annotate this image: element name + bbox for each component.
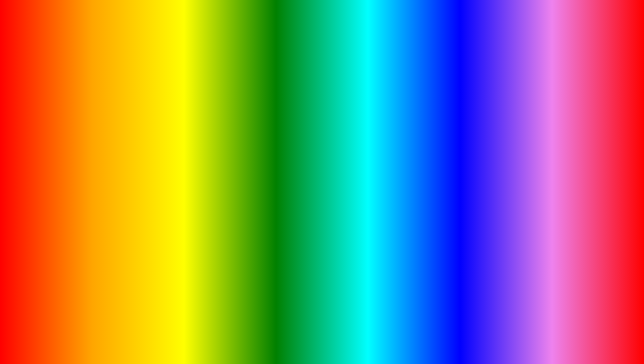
r-teleport-icon: 📍 [298,138,303,143]
devilfruit-icon: 🔮 [34,158,39,162]
auto-raids-label: Auto Raids [349,164,368,169]
left-nav-epsraid[interactable]: ⚔️ EPS-Raid [32,165,80,174]
kill-aura-row: Kill Aura [349,135,466,144]
r-epsraid-icon: ⚔️ [298,167,303,172]
right-nav-devilfruit-label: DevilFruit [305,158,322,162]
weapon-dropdown-arrow: ▼ [195,134,199,138]
left-nav-players-label: Players [41,148,54,153]
redeem-exp-button[interactable]: Redeem Exp Code [85,180,202,190]
right-nav-setting-label: Setting [305,187,317,191]
kill-aura-checkbox[interactable] [460,137,466,142]
r-buyitem-icon: 🛒 [298,177,303,182]
logo-br-fruits: FRUITS [581,335,624,349]
right-nav-teleport[interactable]: 📍 Teleport [295,136,343,145]
farm-text: FARM [181,321,270,354]
left-nav-devilfruit-label: DevilFruit [41,158,58,162]
esp-players-label: ESP Players [349,193,371,197]
select-raid-value: ... [352,181,356,186]
auto-raids-row: Auto Raids [349,162,466,171]
kill-aura-label: Kill Aura [349,137,363,142]
left-nav-buyitem[interactable]: 🛒 Buy Item [32,175,80,184]
auto-next-island-checkbox[interactable] [460,155,466,160]
teleport-raidlab-row: Teleport To RaidLab [349,126,466,135]
select-raid-label: Select Raid [349,173,466,178]
bottom-text: AUTO FARM SCRIPT PASTEBIN [3,320,641,355]
stats-icon: 📈 [34,129,39,133]
left-nav-setting[interactable]: ⚙️ Setting [32,185,80,193]
epsraid-icon: ⚔️ [34,167,39,172]
left-panel-header: Blox Fruit [30,107,206,115]
left-nav-stats-label: Stats [41,129,50,133]
right-nav-setting[interactable]: ⚙️ Setting [295,185,343,193]
teleport-raidlab-checkbox[interactable] [460,128,466,133]
right-nav: 🏠 Main 📈 Stats 📍 Teleport 👤 Players 🔮 [294,115,345,215]
setting-icon: ⚙️ [34,187,39,191]
right-user-avatar: 🌟 [298,202,307,211]
right-nav-epsraid[interactable]: ⚔️ EPS-Raid [295,165,343,174]
left-section-title: Main [85,118,202,123]
method-dropdown[interactable]: Level [Quest] ▲ [85,149,202,158]
logo-bottom-right: 💀 BLOX FRUITS [548,317,630,353]
r-stats-icon: 📈 [298,129,303,133]
method-label: Method [85,143,202,147]
left-nav-teleport[interactable]: 📍 Teleport [32,136,80,145]
left-user-tag: #4618 [46,207,56,211]
main-icon: 🏠 [34,119,39,124]
left-nav-devilfruit[interactable]: 🔮 DevilFruit [32,156,80,164]
right-nav-buyitem[interactable]: 🛒 Buy Item [295,175,343,184]
title-blox: BLOX [133,8,288,68]
left-user-avatar: 🌟 [34,202,44,211]
right-nav-players-label: Players [305,148,318,153]
refresh-weapon-button[interactable]: Refresh Weapon [85,161,202,171]
auto-farm-row: Auto Farm [85,172,202,180]
teleport-icon: 📍 [34,138,39,143]
left-nav-main-label: Main [41,119,50,124]
left-user-info: 🌟 Sky #4618 [32,200,80,213]
right-nav-stats-label: Stats [305,129,314,133]
left-nav-buyitem-label: Buy Item [41,177,57,182]
building-right [518,146,578,246]
right-content: EPS-Raid Teleport To RaidLab Kill Aura A… [345,115,469,215]
skull-icon: 💀 [554,323,577,347]
right-nav-teleport-label: Teleport [305,138,319,143]
left-nav-players[interactable]: 👤 Players [32,146,80,155]
auto-raids-checkbox[interactable] [460,164,466,169]
auto-awaken-row: Auto Awaken [349,144,466,153]
script-text: SCRIPT [278,321,394,354]
right-user-name: Sky [309,203,320,207]
right-nav-epsraid-label: EPS-Raid [305,167,322,172]
select-raid-dropdown[interactable]: ... ▲ [349,179,466,188]
esp-players-row: ESP Players [349,191,466,200]
weapon-value: Electric Claw [89,134,112,138]
auto-farm-checkbox[interactable] [197,174,202,179]
right-nav-players[interactable]: 👤 Players [295,146,343,155]
left-content: Main Select Weapon Electric Claw ▼ Metho… [82,115,206,215]
select-raid-arrow: ▲ [459,182,462,185]
right-nav-stats[interactable]: 📈 Stats [295,127,343,135]
left-nav-stats[interactable]: 📈 Stats [32,127,80,135]
esp-players-checkbox[interactable] [460,192,466,198]
left-nav-teleport-label: Teleport [41,138,55,143]
auto-awaken-label: Auto Awaken [349,146,372,151]
teleport-raidlab-label: Teleport To RaidLab [349,128,384,133]
auto-superhuman-row: Auto Superhuman [85,192,202,200]
right-nav-devilfruit[interactable]: 🔮 DevilFruit [295,156,343,164]
auto-superhuman-checkbox[interactable] [197,193,202,199]
background: BLOX FRUITS NO KEY !! Blox Fruit 🏠 Main … [3,3,641,361]
left-nav-main[interactable]: 🏠 Main [32,117,80,126]
r-players-icon: 👤 [298,148,303,153]
r-devilfruit-icon: 🔮 [298,158,303,162]
buyitem-icon: 🛒 [34,177,39,182]
title-container: BLOX FRUITS [3,8,641,69]
auto-next-island-row: Auto Next Island [349,153,466,162]
left-nav-setting-label: Setting [41,187,53,191]
weapon-dropdown[interactable]: Electric Claw ▼ [85,131,202,141]
auto-text: AUTO [84,321,173,354]
right-nav-buyitem-label: Buy Item [305,177,320,182]
left-nav-epsraid-label: EPS-Raid [41,167,59,172]
method-dropdown-arrow: ▲ [195,152,199,155]
select-weapon-label: Select Weapon [85,126,202,130]
auto-awaken-checkbox[interactable] [460,146,466,151]
auto-farm-label: Auto Farm [85,174,104,179]
left-nav: 🏠 Main 📈 Stats 📍 Teleport 👤 Players 🔮 [30,115,82,215]
